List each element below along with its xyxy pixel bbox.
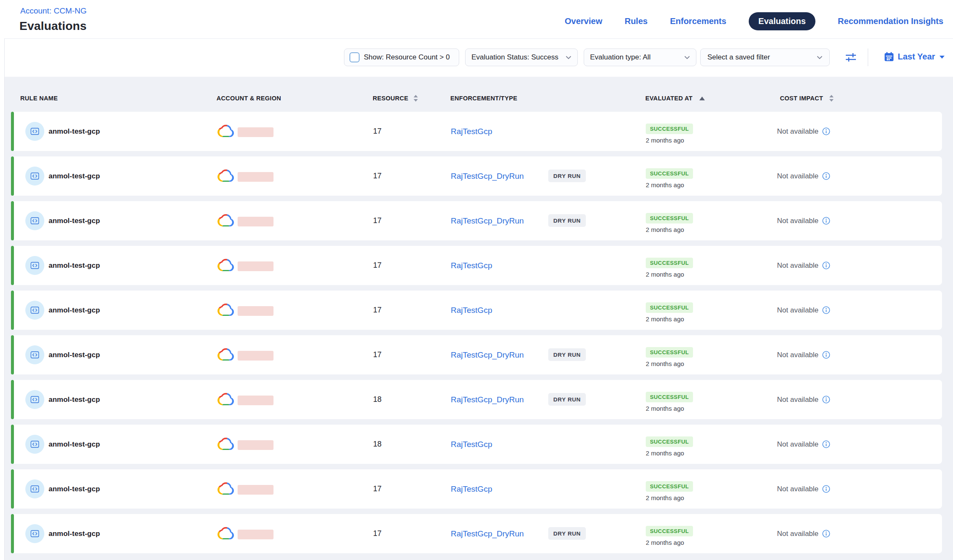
account-region-redacted <box>238 127 273 137</box>
col-account-region[interactable]: ACCOUNT & REGION <box>217 95 281 102</box>
gcp-logo <box>217 347 234 362</box>
dry-run-badge: DRY RUN <box>548 170 586 182</box>
table-row[interactable]: anmol-test-gcp 17 RajTestGcp_DryRun DRY … <box>11 156 942 196</box>
enforcement-link[interactable]: RajTestGcp <box>451 291 492 330</box>
info-icon[interactable] <box>822 351 830 359</box>
date-range-picker[interactable]: Last Year <box>884 52 945 62</box>
info-icon[interactable] <box>822 306 830 314</box>
gcp-logo <box>217 168 234 183</box>
table-row[interactable]: anmol-test-gcp 17 RajTestGcp SUCCESSFUL … <box>11 246 942 285</box>
enforcement-link[interactable]: RajTestGcp <box>451 425 492 464</box>
info-icon[interactable] <box>822 261 830 269</box>
row-status-accent <box>11 425 14 464</box>
enforcement-link[interactable]: RajTestGcp_DryRun <box>451 380 524 419</box>
table-row[interactable]: anmol-test-gcp 17 RajTestGcp SUCCESSFUL … <box>11 469 942 509</box>
enforcement-link[interactable]: RajTestGcp_DryRun <box>451 514 524 553</box>
nav-tab-enforcements[interactable]: Enforcements <box>670 16 726 26</box>
col-rule-name[interactable]: RULE NAME <box>20 95 58 102</box>
col-cost-impact[interactable]: COST IMPACT <box>780 95 834 102</box>
enforcement-link[interactable]: RajTestGcp <box>451 112 492 151</box>
info-icon[interactable] <box>822 127 830 135</box>
evaluated-time: 2 months ago <box>646 271 693 278</box>
resource-count-filter[interactable]: Show: Resource Count > 0 <box>344 48 459 66</box>
account-region-redacted <box>238 172 273 182</box>
info-icon[interactable] <box>822 217 830 225</box>
col-resource[interactable]: RESOURCE <box>373 95 418 102</box>
calendar-icon <box>884 52 894 62</box>
cost-impact-value: Not available <box>777 172 818 180</box>
cost-impact-cell: Not available <box>777 514 830 553</box>
table-row[interactable]: anmol-test-gcp 17 RajTestGcp_DryRun DRY … <box>11 201 942 240</box>
sort-icon[interactable] <box>829 95 834 102</box>
table-row[interactable]: anmol-test-gcp 17 RajTestGcp SUCCESSFUL … <box>11 291 942 330</box>
gcp-logo <box>217 436 234 451</box>
evaluation-type-filter[interactable]: Evaluation type: All <box>584 48 696 66</box>
nav-tab-recommendation-insights[interactable]: Recommendation Insights <box>838 16 943 26</box>
filter-settings-icon[interactable] <box>845 52 857 63</box>
status-badge: SUCCESSFUL <box>646 392 693 402</box>
breadcrumb[interactable]: Account: CCM-NG <box>20 6 87 16</box>
rule-icon <box>25 301 44 320</box>
resource-count: 17 <box>373 514 382 553</box>
evaluated-time: 2 months ago <box>646 360 693 367</box>
nav-tab-overview[interactable]: Overview <box>565 16 602 26</box>
enforcement-link[interactable]: RajTestGcp_DryRun <box>451 201 524 240</box>
dry-run-badge: DRY RUN <box>548 393 586 406</box>
rule-name: anmol-test-gcp <box>49 156 100 196</box>
gcp-logo <box>217 302 234 317</box>
dry-run-badge: DRY RUN <box>548 348 586 361</box>
chevron-down-icon <box>817 56 823 59</box>
evaluated-time: 2 months ago <box>646 137 693 144</box>
code-rule-icon <box>30 350 40 360</box>
table-row[interactable]: anmol-test-gcp 17 RajTestGcp SUCCESSFUL … <box>11 112 942 151</box>
info-icon[interactable] <box>822 172 830 180</box>
evaluated-at-cell: SUCCESSFUL 2 months ago <box>646 526 693 546</box>
row-status-accent <box>11 112 14 151</box>
col-enforcement-type[interactable]: ENFORCEMENT/TYPE <box>450 95 517 102</box>
sort-asc-icon[interactable] <box>699 97 705 100</box>
info-icon[interactable] <box>822 396 830 404</box>
enforcement-link[interactable]: RajTestGcp <box>451 246 492 285</box>
table-row[interactable]: anmol-test-gcp 17 RajTestGcp_DryRun DRY … <box>11 335 942 374</box>
info-icon[interactable] <box>822 440 830 448</box>
row-status-accent <box>11 335 14 374</box>
enforcement-link[interactable]: RajTestGcp_DryRun <box>451 335 524 374</box>
cost-impact-value: Not available <box>777 396 818 404</box>
saved-filter-label: Select a saved filter <box>707 53 770 62</box>
evaluated-time: 2 months ago <box>646 181 693 188</box>
resource-count-checkbox[interactable] <box>349 52 360 62</box>
saved-filter-select[interactable]: Select a saved filter <box>700 48 830 66</box>
rule-icon <box>25 524 44 543</box>
evaluations-page: Account: CCM-NG Evaluations OverviewRule… <box>0 0 953 560</box>
evaluated-at-cell: SUCCESSFUL 2 months ago <box>646 302 693 323</box>
cost-impact-value: Not available <box>777 261 818 270</box>
evaluated-at-cell: SUCCESSFUL 2 months ago <box>646 347 693 367</box>
table-body: anmol-test-gcp 17 RajTestGcp SUCCESSFUL … <box>11 112 942 559</box>
status-badge: SUCCESSFUL <box>646 526 693 536</box>
nav-tab-rules[interactable]: Rules <box>625 16 647 26</box>
chevron-down-icon <box>566 56 571 59</box>
cost-impact-value: Not available <box>777 530 818 538</box>
col-evaluated-at[interactable]: EVALUATED AT <box>645 95 705 102</box>
code-rule-icon <box>30 528 40 539</box>
cost-impact-cell: Not available <box>777 335 830 374</box>
cost-impact-cell: Not available <box>777 112 830 151</box>
enforcement-link[interactable]: RajTestGcp_DryRun <box>451 156 524 196</box>
cost-impact-cell: Not available <box>777 469 830 509</box>
enforcement-link[interactable]: RajTestGcp <box>451 469 492 509</box>
table-row[interactable]: anmol-test-gcp 17 RajTestGcp_DryRun DRY … <box>11 514 942 553</box>
evaluated-at-cell: SUCCESSFUL 2 months ago <box>646 168 693 188</box>
table-row[interactable]: anmol-test-gcp 18 RajTestGcp_DryRun DRY … <box>11 380 942 419</box>
dropdown-arrow-icon <box>939 55 945 59</box>
page-header: Account: CCM-NG Evaluations OverviewRule… <box>4 0 953 39</box>
evaluation-status-filter[interactable]: Evaluation Status: Success <box>465 48 578 66</box>
account-region-redacted <box>238 530 273 539</box>
nav-tab-evaluations[interactable]: Evaluations <box>749 12 815 30</box>
dry-run-badge: DRY RUN <box>548 214 586 227</box>
info-icon[interactable] <box>822 485 830 493</box>
sort-icon[interactable] <box>414 95 418 102</box>
evaluated-time: 2 months ago <box>646 315 693 323</box>
info-icon[interactable] <box>822 530 830 538</box>
rule-name: anmol-test-gcp <box>49 514 100 553</box>
table-row[interactable]: anmol-test-gcp 18 RajTestGcp SUCCESSFUL … <box>11 425 942 464</box>
